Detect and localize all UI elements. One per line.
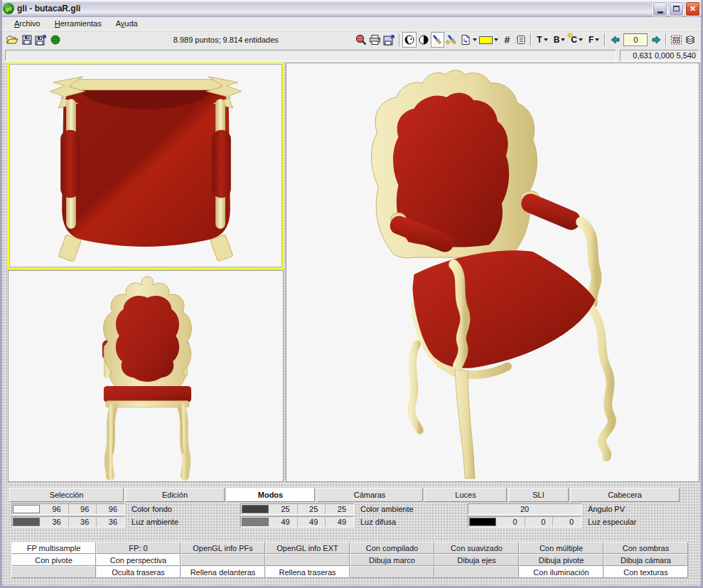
toggle-con-texturas[interactable]: Con texturas <box>603 566 688 578</box>
toolbar-separator <box>399 33 400 46</box>
textures-dropdown[interactable]: T <box>534 33 550 46</box>
title-bar[interactable]: gli gli - butacaR.gli ✕ <box>0 0 703 17</box>
angulo-pv-value[interactable]: 20 <box>468 503 581 515</box>
close-button[interactable]: ✕ <box>685 1 700 16</box>
value-cell[interactable]: 25 <box>269 504 298 514</box>
value-cell[interactable]: 25 <box>326 504 353 514</box>
toggle-dibuja-camara[interactable]: Dibuja cámara <box>603 554 688 566</box>
toggle-dibuja-marco[interactable]: Dibuja marco <box>350 554 434 566</box>
toggle-con-multiple[interactable]: Con múltiple <box>519 542 603 554</box>
print-button[interactable] <box>368 32 382 48</box>
chair-armpad-right <box>518 191 583 232</box>
minimize-button[interactable] <box>653 1 667 16</box>
value-cell[interactable]: 49 <box>326 517 353 527</box>
luz-ambiente-values[interactable]: 36 36 36 <box>11 516 125 528</box>
save-button[interactable] <box>20 32 34 48</box>
value-cell[interactable]: 0 <box>525 517 554 527</box>
open-button[interactable] <box>6 32 20 48</box>
next-frame-icon <box>651 35 662 45</box>
color-ambiente-swatch[interactable] <box>242 505 269 513</box>
toggle-fp-multisample[interactable]: FP multisample <box>11 542 96 554</box>
maximize-button[interactable] <box>669 1 684 16</box>
export-button[interactable] <box>382 32 397 48</box>
panel-tabs: Selección Edición Modos Cámaras Luces SL… <box>9 488 680 502</box>
tab-camaras[interactable]: Cámaras <box>316 488 423 502</box>
value-cell[interactable]: 49 <box>269 517 298 527</box>
toggle-oculta-traseras[interactable]: Oculta traseras <box>96 566 181 578</box>
color-ambiente-values[interactable]: 25 25 25 <box>240 503 354 515</box>
tab-modos[interactable]: Modos <box>226 488 315 502</box>
script-button[interactable] <box>514 32 528 48</box>
value-cell[interactable]: 96 <box>41 504 69 514</box>
color-picker-button[interactable] <box>478 35 500 46</box>
toggle-con-iluminacion[interactable]: Con iluminación <box>519 566 603 578</box>
viewport-front-view[interactable] <box>8 270 284 482</box>
value-cell[interactable]: 96 <box>97 504 124 514</box>
toggle-con-compilado[interactable]: Con compilado <box>350 542 434 554</box>
button-opengl-info-ext[interactable]: OpenGL info EXT <box>265 542 350 554</box>
viewport-perspective-view[interactable] <box>286 63 699 482</box>
value-cell[interactable]: 0 <box>553 517 581 527</box>
button-opengl-info-pfs[interactable]: OpenGL info PFs <box>181 542 265 554</box>
tab-seleccion[interactable]: Selección <box>9 488 124 502</box>
color-fondo-swatch[interactable] <box>13 505 40 513</box>
value-cell[interactable]: 49 <box>298 517 326 527</box>
toggle-con-perspectiva[interactable]: Con perspectiva <box>96 554 181 566</box>
viewport-top-view[interactable] <box>8 63 284 269</box>
value-cell[interactable]: 36 <box>97 517 124 527</box>
face-shading-button[interactable] <box>402 32 417 48</box>
menu-ayuda[interactable]: Ayuda <box>109 18 144 29</box>
value-cell[interactable]: 36 <box>41 517 69 527</box>
toggle-empty <box>265 554 350 566</box>
render-sphere-button[interactable] <box>48 32 63 48</box>
value-cell[interactable]: 36 <box>69 517 97 527</box>
chair-seat-front <box>104 386 191 402</box>
selection-window-icon <box>670 34 682 46</box>
luz-especular-swatch[interactable] <box>469 518 496 526</box>
page-options-button[interactable] <box>458 32 478 48</box>
value-cell[interactable]: 20 <box>468 504 581 514</box>
frame-number-input[interactable] <box>623 33 648 46</box>
selection-window-button[interactable] <box>669 32 683 48</box>
lighting-dropdown[interactable]: ✳C <box>568 33 586 46</box>
mode-toggle-grid: FP multisample FP: 0 OpenGL info PFs Ope… <box>11 542 688 578</box>
luz-difusa-swatch[interactable] <box>242 518 269 526</box>
contrast-button[interactable] <box>417 32 431 48</box>
color-fondo-values[interactable]: 96 96 96 <box>11 503 125 515</box>
wireframe-button[interactable]: # <box>500 32 514 48</box>
tab-luces[interactable]: Luces <box>424 488 507 502</box>
toggle-con-pivote[interactable]: Con pivote <box>11 554 96 566</box>
save-as-button[interactable] <box>34 32 48 48</box>
value-cell[interactable]: 0 <box>497 517 525 527</box>
toggle-dibuja-pivote[interactable]: Dibuja pivote <box>519 554 603 566</box>
luz-ambiente-swatch[interactable] <box>13 518 40 526</box>
value-cell[interactable]: 96 <box>69 504 97 514</box>
tab-edicion[interactable]: Edición <box>125 488 225 502</box>
blending-dropdown[interactable]: B <box>551 33 569 46</box>
fog-dropdown[interactable]: F <box>586 33 602 46</box>
value-cell[interactable]: 25 <box>298 504 326 514</box>
next-frame-button[interactable] <box>649 32 663 48</box>
chair-armpad-left <box>60 130 80 198</box>
luz-especular-values[interactable]: 0 0 0 <box>468 516 581 528</box>
toggle-con-sombras[interactable]: Con sombras <box>603 542 688 554</box>
toggle-rellena-traseras[interactable]: Rellena traseras <box>265 566 350 578</box>
paintbrush-new-button[interactable] <box>444 32 458 48</box>
chevron-down-icon <box>544 38 548 41</box>
paintbrush-new-icon <box>446 34 458 46</box>
toolbar-separator <box>530 33 532 46</box>
toggle-rellena-delanteras[interactable]: Rellena delanteras <box>181 566 265 578</box>
prev-frame-button[interactable] <box>608 32 622 48</box>
zoom-extents-button[interactable] <box>354 32 368 48</box>
toggle-fp-0[interactable]: FP: 0 <box>96 542 181 554</box>
toggle-con-suavizado[interactable]: Con suavizado <box>434 542 519 554</box>
tab-cabecera[interactable]: Cabecera <box>570 488 680 502</box>
tab-sli[interactable]: SLI <box>508 488 569 502</box>
paintbrush-button[interactable] <box>431 32 445 48</box>
luz-difusa-values[interactable]: 49 49 49 <box>240 516 354 528</box>
layers-button[interactable] <box>683 32 697 48</box>
menu-herramientas[interactable]: Herramientas <box>48 18 108 29</box>
toggle-dibuja-ejes[interactable]: Dibuja ejes <box>434 554 519 566</box>
menu-archivo[interactable]: Archivo <box>8 18 47 29</box>
chair-leg-left <box>108 407 113 476</box>
